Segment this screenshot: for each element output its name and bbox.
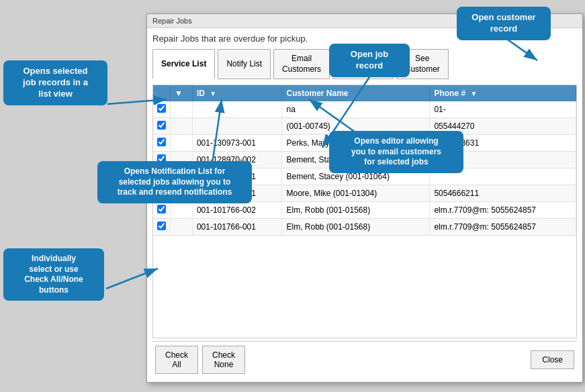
row-checkbox[interactable] [157, 205, 166, 213]
row-customer: Elm, Robb (001-01568) [282, 219, 430, 236]
row-checkbox[interactable] [157, 222, 166, 230]
row-id [192, 101, 282, 118]
sort-id-icon[interactable]: ▼ [210, 90, 216, 97]
notify-list-button[interactable]: Notify List [218, 49, 271, 79]
callout-open-job: Open job record [329, 44, 410, 77]
row-checkbox[interactable] [157, 138, 166, 146]
service-list-button[interactable]: Service List [152, 49, 215, 79]
row-sort [171, 219, 193, 236]
row-id: 001-101766-001 [192, 219, 282, 236]
row-sort [171, 101, 193, 118]
row-customer: Elm, Robb (001-01568) [282, 202, 430, 219]
window-title: Repair Jobs [152, 17, 192, 25]
table-row: 001-101766-001 Elm, Robb (001-01568) elm… [153, 219, 576, 236]
callout-open-customer: Open customer record [457, 7, 551, 40]
col-sort1[interactable]: ▼ [171, 85, 193, 101]
col-customer: Customer Name [282, 85, 430, 101]
callout-select: Individually select or use Check All/Non… [3, 248, 104, 301]
col-checkbox [153, 85, 171, 101]
bottom-bar: Check All Check None Close [152, 341, 577, 377]
row-phone: 01- [430, 101, 576, 118]
col-id: ID ▼ [192, 85, 282, 101]
check-all-button[interactable]: Check All [155, 346, 198, 374]
callout-email: Opens editor allowing you to email custo… [329, 131, 463, 173]
bottom-left-buttons: Check All Check None [155, 346, 245, 374]
row-sort [171, 135, 193, 152]
row-customer: na [282, 101, 430, 118]
sort-phone-icon[interactable]: ▼ [470, 90, 477, 97]
row-phone: elm.r.7709@m: 5055624857 [430, 202, 576, 219]
check-none-button[interactable]: Check None [202, 346, 245, 374]
callout-opens-selected: Opens selected job records in a list vie… [3, 60, 107, 105]
table-row: na 01- [153, 101, 576, 118]
row-sort [171, 118, 193, 135]
row-id: 001-101766-002 [192, 202, 282, 219]
col-phone: Phone # ▼ [430, 85, 576, 101]
table-row: 001-101766-002 Elm, Robb (001-01568) elm… [153, 202, 576, 219]
email-customers-button[interactable]: Email Customers [273, 49, 330, 79]
job-table-wrapper: ▼ ID ▼ Customer Name Phone # ▼ na 01- [152, 85, 577, 338]
row-phone: 5054666211 [430, 185, 576, 202]
row-checkbox[interactable] [157, 121, 166, 130]
close-button[interactable]: Close [531, 350, 574, 369]
row-sort [171, 202, 193, 219]
row-checkbox[interactable] [157, 104, 166, 113]
row-id [192, 118, 282, 135]
row-customer: Moore, Mike (001-01304) [282, 185, 430, 202]
row-phone: elm.r.7709@m: 5055624857 [430, 219, 576, 236]
callout-notify: Opens Notification List for selected job… [97, 161, 252, 203]
row-id: 001-130973-001 [192, 135, 282, 152]
